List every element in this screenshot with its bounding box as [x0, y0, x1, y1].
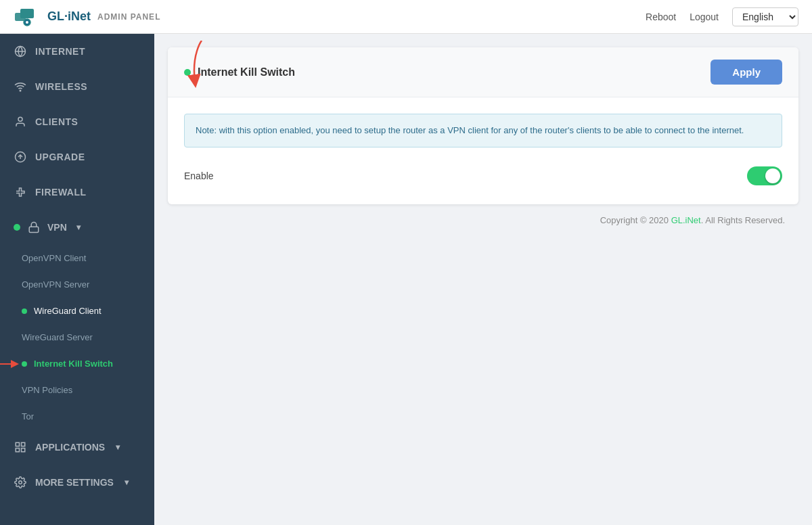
apply-button[interactable]: Apply [710, 60, 782, 85]
sidebar-sub-item-tor[interactable]: Tor [0, 403, 154, 430]
sidebar-sub-item-wireguard-client[interactable]: WireGuard Client [0, 298, 154, 324]
rights-text: . All Rights Reserved. [701, 215, 785, 225]
svg-rect-12 [16, 442, 19, 446]
vpn-chevron-icon: ▾ [76, 223, 81, 232]
svg-point-6 [20, 90, 21, 91]
card-body: Note: with this option enabled, you need… [168, 97, 798, 204]
card-title-dot [184, 69, 191, 76]
sidebar-sub-item-vpn-policies[interactable]: VPN Policies [0, 377, 154, 403]
sidebar-item-firewall-label: FIREWALL [35, 187, 87, 198]
sidebar-sub-item-internet-kill-switch[interactable]: Internet Kill Switch [0, 350, 154, 377]
logout-button[interactable]: Logout [690, 12, 719, 22]
main-content: Internet Kill Switch Apply Note: with th… [154, 34, 812, 525]
svg-rect-1 [20, 9, 34, 18]
sidebar-sub-item-openvpn-client[interactable]: OpenVPN Client [0, 245, 154, 271]
svg-rect-15 [16, 449, 19, 452]
sidebar-item-internet-label: INTERNET [35, 46, 85, 57]
sidebar-item-wireless-label: WIRELESS [35, 81, 87, 92]
sidebar-item-internet[interactable]: INTERNET [0, 34, 154, 69]
wireguard-server-label: WireGuard Server [22, 332, 93, 342]
sidebar-item-clients[interactable]: CLIENTS [0, 104, 154, 139]
sidebar-item-clients-label: CLIENTS [35, 116, 78, 127]
toggle-knob [765, 168, 780, 183]
card-title-area: Internet Kill Switch [184, 66, 295, 78]
language-select[interactable]: English 简体中文 Deutsch [732, 7, 798, 26]
svg-rect-10 [29, 227, 39, 232]
wireless-icon [14, 80, 27, 93]
applications-icon [14, 440, 27, 454]
more-settings-chevron-icon: ▾ [125, 478, 129, 487]
logo-text: GL·iNet [47, 9, 91, 24]
kill-switch-dot [22, 361, 27, 367]
sidebar-item-vpn[interactable]: VPN ▾ [0, 210, 154, 245]
sidebar: INTERNET WIRELESS CLIENTS [0, 34, 154, 525]
svg-point-16 [19, 481, 22, 484]
sidebar-item-firewall[interactable]: FIREWALL [0, 175, 154, 210]
applications-label: APPLICATIONS [35, 442, 105, 453]
internet-kill-switch-card: Internet Kill Switch Apply Note: with th… [168, 47, 798, 204]
enable-row: Enable [184, 164, 782, 188]
sidebar-item-upgrade[interactable]: UPGRADE [0, 139, 154, 175]
internet-kill-switch-sidebar-label: Internet Kill Switch [34, 359, 113, 369]
sidebar-item-more-settings[interactable]: MORE SETTINGS ▾ [0, 465, 154, 500]
card-title: Internet Kill Switch [198, 66, 295, 78]
enable-toggle[interactable] [747, 166, 782, 185]
settings-icon [14, 476, 27, 489]
note-box: Note: with this option enabled, you need… [184, 114, 782, 147]
enable-label: Enable [184, 170, 214, 181]
applications-chevron-icon: ▾ [116, 442, 120, 452]
card-header: Internet Kill Switch Apply [168, 47, 798, 97]
vpn-icon [27, 221, 41, 234]
tor-label: Tor [22, 411, 34, 421]
svg-point-7 [18, 117, 22, 121]
note-text: Note: with this option enabled, you need… [196, 125, 744, 135]
openvpn-server-label: OpenVPN Server [22, 279, 89, 290]
logo-icon [14, 7, 41, 26]
copyright-text: Copyright © 2020 [600, 215, 671, 225]
clients-icon [14, 115, 27, 129]
header: GL·iNet ADMIN PANEL Reboot Logout Englis… [0, 0, 812, 34]
svg-point-3 [26, 21, 28, 24]
header-right: Reboot Logout English 简体中文 Deutsch [646, 7, 798, 26]
openvpn-client-label: OpenVPN Client [22, 253, 86, 263]
sidebar-sub-item-openvpn-server[interactable]: OpenVPN Server [0, 271, 154, 298]
layout: INTERNET WIRELESS CLIENTS [0, 34, 812, 525]
svg-rect-14 [22, 449, 25, 452]
vpn-label: VPN [47, 222, 67, 233]
sidebar-sub-item-wireguard-server[interactable]: WireGuard Server [0, 324, 154, 350]
firewall-icon [14, 185, 27, 199]
vpn-active-dot [14, 224, 20, 231]
wireguard-client-label: WireGuard Client [34, 306, 102, 316]
wireguard-client-dot [22, 309, 27, 314]
sidebar-item-wireless[interactable]: WIRELESS [0, 69, 154, 104]
logo-area: GL·iNet ADMIN PANEL [14, 7, 160, 26]
vpn-policies-label: VPN Policies [22, 385, 72, 395]
internet-icon [14, 45, 27, 58]
sidebar-arrow-annotation [0, 357, 22, 371]
admin-panel-label: ADMIN PANEL [97, 12, 160, 22]
more-settings-label: MORE SETTINGS [35, 477, 114, 488]
svg-rect-13 [22, 442, 25, 446]
ginet-link[interactable]: GL.iNet [671, 215, 701, 225]
upgrade-icon [14, 150, 27, 164]
footer: Copyright © 2020 GL.iNet. All Rights Res… [168, 204, 798, 236]
sidebar-item-upgrade-label: UPGRADE [35, 152, 85, 162]
reboot-button[interactable]: Reboot [646, 12, 676, 22]
sidebar-item-applications[interactable]: APPLICATIONS ▾ [0, 430, 154, 465]
